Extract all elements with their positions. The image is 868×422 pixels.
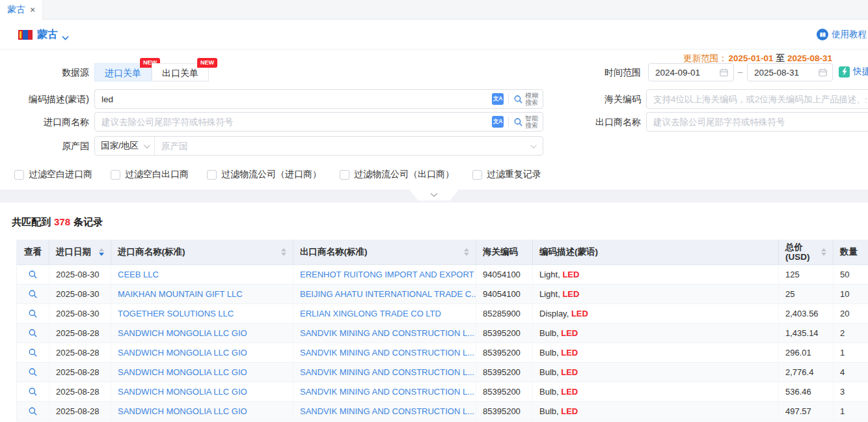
exporter-input[interactable] — [647, 113, 868, 131]
importer-link[interactable]: TOGETHER SOLUTIONS LLC — [118, 309, 234, 318]
sort-asc-icon[interactable] — [281, 248, 286, 251]
sort-control[interactable] — [281, 248, 286, 256]
total-price: 2,776.4 — [785, 367, 813, 377]
app-screen: 蒙古 × 蒙古 使用教程 更新范围：2025-01-01至2025-08-31 … — [0, 0, 868, 422]
import-date: 2025-08-28 — [56, 387, 100, 397]
sort-asc-icon[interactable] — [821, 248, 826, 251]
fuzzy-search-button[interactable]: 模糊搜索 — [513, 92, 539, 106]
sort-asc-icon[interactable] — [464, 248, 469, 251]
importer-link[interactable]: SANDWICH MONGOLIA LLC GIO — [118, 406, 247, 416]
filter-checkbox[interactable]: 过滤重复记录 — [472, 169, 541, 180]
exporter-link[interactable]: SANDVIK MINING AND CONSTRUCTION L... — [300, 406, 474, 416]
exporter-link[interactable]: SANDVIK MINING AND CONSTRUCTION L... — [300, 387, 474, 397]
exporter-link[interactable]: ERLIAN XINGLONG TRADE CO LTD — [300, 309, 441, 318]
datasource-tab[interactable]: 进口关单 NEW — [94, 63, 152, 81]
calendar-icon[interactable] — [719, 68, 729, 80]
import-date-cell: 2025-08-28 — [49, 382, 111, 401]
importer-link[interactable]: SANDWICH MONGOLIA LLC GIO — [118, 348, 247, 358]
table-row: 2025-08-28 SANDWICH MONGOLIA LLC GIO SAN… — [17, 362, 868, 382]
sort-control[interactable] — [99, 248, 104, 256]
results-table-wrap: 查看 进口日期 进口商名称(标准) 出口商名称(标准) 海关编码 编码描述(蒙语… — [16, 240, 868, 422]
importer-link[interactable]: SANDWICH MONGOLIA LLC GIO — [118, 328, 247, 338]
view-record-button[interactable] — [28, 348, 38, 358]
checkbox-box[interactable] — [111, 170, 120, 180]
quick-select[interactable]: 快捷 — [839, 66, 868, 77]
sort-desc-icon[interactable] — [821, 253, 826, 256]
tab-mongolia[interactable]: 蒙古 × — [0, 0, 43, 20]
exporter-link[interactable]: SANDVIK MINING AND CONSTRUCTION L... — [300, 348, 474, 358]
importer-tools: 文A 智能搜索 — [489, 113, 539, 131]
hs-code-cell: 94054100 — [476, 284, 533, 303]
filter-checkbox[interactable]: 过滤物流公司（出口商） — [340, 169, 454, 180]
origin-input[interactable] — [155, 137, 530, 155]
exporter-link[interactable]: SANDVIK MINING AND CONSTRUCTION L... — [300, 367, 474, 377]
tutorial-link[interactable]: 使用教程 — [817, 29, 867, 40]
origin-type-select[interactable]: 国家/地区 — [95, 137, 155, 155]
view-record-button[interactable] — [28, 328, 38, 338]
sort-control[interactable] — [464, 248, 469, 256]
import-date-cell: 2025-08-28 — [49, 362, 111, 382]
importer-cell: MAIKHAN MOUNTAIN GIFT LLC — [111, 284, 293, 303]
collapse-panel-button[interactable] — [409, 190, 459, 201]
origin-type-value: 国家/地区 — [101, 140, 139, 152]
calendar-icon[interactable] — [818, 68, 828, 80]
importer-link[interactable]: MAIKHAN MOUNTAIN GIFT LLC — [118, 289, 243, 299]
importer-link[interactable]: SANDWICH MONGOLIA LLC GIO — [118, 387, 247, 397]
close-icon[interactable]: × — [30, 5, 35, 14]
exporter-link[interactable]: BEIJING AHATU INTERNATIONAL TRADE C... — [300, 289, 476, 299]
description-text: Bulb, — [539, 406, 561, 416]
keyword-highlight: LED — [561, 348, 578, 358]
exporter-link[interactable]: ERENHOT RUITONG IMPORT AND EXPORT ... — [300, 270, 476, 279]
checkbox-box[interactable] — [472, 170, 482, 180]
checkbox-box[interactable] — [340, 170, 349, 180]
importer-link[interactable]: CEEB LLC — [118, 270, 159, 279]
filter-checkbox[interactable]: 过滤空白进口商 — [14, 169, 92, 180]
view-record-button[interactable] — [28, 387, 38, 397]
description-cell: Light, LED — [533, 264, 779, 284]
sort-control[interactable] — [821, 248, 826, 256]
filter-checkbox[interactable]: 过滤空白出口商 — [111, 169, 189, 180]
exporter-label: 出口商名称 — [569, 112, 641, 132]
datasource-tab[interactable]: 出口关单 NEW — [152, 63, 209, 81]
sort-desc-icon[interactable] — [281, 253, 286, 256]
description-text: Light, — [539, 289, 562, 299]
importer-input[interactable] — [95, 113, 543, 131]
smart-search-button[interactable]: 智能搜索 — [513, 115, 539, 129]
importer-cell: SANDWICH MONGOLIA LLC GIO — [111, 401, 293, 421]
view-record-button[interactable] — [28, 270, 38, 279]
total-price: 2,403.56 — [785, 309, 819, 318]
chevron-down-icon[interactable] — [62, 33, 68, 40]
sort-desc-icon[interactable] — [99, 253, 104, 256]
sort-desc-icon[interactable] — [464, 253, 469, 256]
magnifier-icon — [28, 309, 38, 318]
code-desc-field: 文A 模糊搜索 — [94, 89, 543, 109]
import-date: 2025-08-28 — [56, 348, 100, 358]
hs-code-cell: 85285900 — [476, 303, 533, 323]
date-start-field[interactable] — [648, 63, 734, 81]
price-cell: 2,403.56 — [779, 303, 834, 323]
importer-link[interactable]: SANDWICH MONGOLIA LLC GIO — [118, 367, 247, 377]
checkbox-box[interactable] — [14, 170, 24, 180]
view-record-button[interactable] — [28, 406, 38, 416]
filter-checkbox[interactable]: 过滤物流公司（进口商） — [207, 169, 321, 180]
checkbox-label: 过滤物流公司（出口商） — [354, 169, 454, 180]
divider — [508, 94, 509, 104]
import-date-cell: 2025-08-30 — [49, 284, 111, 303]
translate-icon[interactable]: 文A — [492, 116, 504, 128]
view-record-button[interactable] — [28, 309, 38, 318]
country-selector[interactable]: 蒙古 — [37, 28, 58, 42]
date-end-field[interactable] — [747, 63, 833, 81]
chevron-down-icon[interactable] — [530, 142, 537, 148]
code-desc-input[interactable] — [95, 90, 543, 108]
checkbox-box[interactable] — [207, 170, 217, 180]
time-range-label: 时间范围 — [569, 63, 641, 82]
column-title: 查看 — [24, 247, 42, 257]
sort-asc-icon[interactable] — [99, 248, 104, 251]
exporter-link[interactable]: SANDVIK MINING AND CONSTRUCTION L... — [300, 328, 474, 338]
hs-code-input[interactable] — [647, 90, 868, 108]
translate-icon[interactable]: 文A — [492, 93, 504, 105]
view-record-button[interactable] — [28, 367, 38, 377]
view-record-button[interactable] — [28, 289, 38, 299]
origin-field: 国家/地区 — [94, 136, 543, 156]
total-price: 125 — [785, 270, 800, 279]
